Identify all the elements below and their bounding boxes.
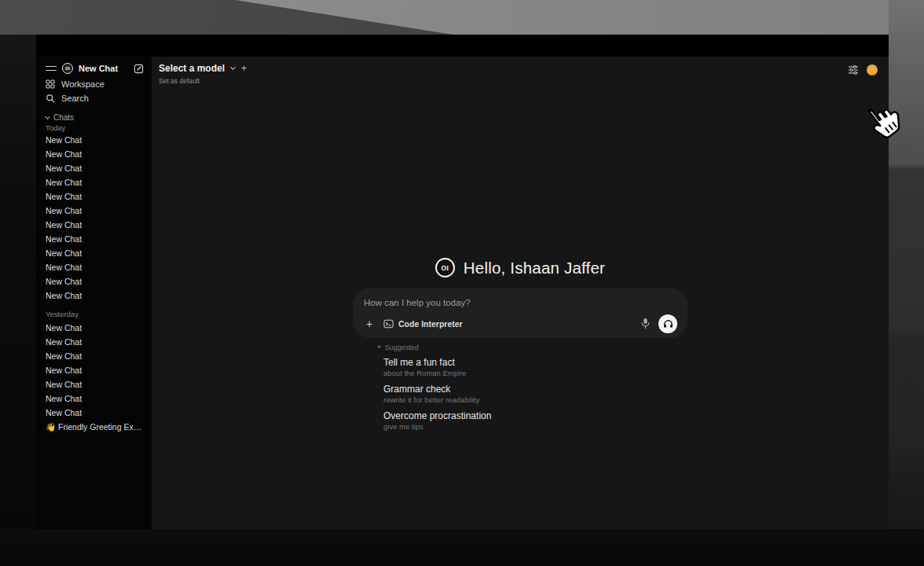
message-input[interactable]	[364, 297, 677, 309]
main-header: Select a model + Set as default	[152, 57, 889, 97]
message-composer[interactable]: + Code Interpreter	[353, 288, 688, 338]
chat-list-item[interactable]: New Chat	[46, 274, 144, 289]
desktop-top-band	[0, 0, 924, 35]
chat-list-item[interactable]: New Chat	[46, 406, 144, 420]
terminal-icon	[383, 319, 394, 329]
chat-list-item[interactable]: New Chat	[46, 391, 144, 406]
suggested-prompt-subtitle: give me tips	[383, 422, 688, 432]
chat-list-item[interactable]: New Chat	[46, 363, 144, 377]
greeting-row: OI Hello, Ishaan Jaffer	[435, 258, 605, 277]
suggested-prompt-subtitle: about the Roman Empire	[383, 369, 688, 378]
workspace-label: Workspace	[61, 79, 104, 89]
chevron-down-icon	[45, 113, 50, 119]
chat-group-label-today: Today	[46, 123, 144, 133]
sidebar-toggle-icon[interactable]	[46, 66, 57, 72]
chat-group-label-yesterday: Yesterday	[46, 309, 144, 319]
attach-plus-button[interactable]: +	[364, 318, 375, 329]
screen: { "colors": { "avatar": "#e9a23a", "app_…	[0, 0, 924, 566]
chat-list-item[interactable]: 👋 Friendly Greeting Exchange	[46, 420, 144, 434]
user-avatar[interactable]	[867, 64, 878, 75]
chats-section-toggle[interactable]: Chats	[46, 112, 144, 123]
model-selector-label: Select a model	[159, 63, 225, 74]
chat-list-item[interactable]: New Chat	[46, 204, 144, 218]
chat-list-item[interactable]: New Chat	[46, 189, 144, 204]
controls-sliders-icon[interactable]	[848, 64, 859, 75]
chat-list-item[interactable]: New Chat	[46, 218, 144, 232]
suggested-section: ✦ Suggested Tell me a fun fact about the…	[353, 343, 688, 432]
chat-list-item[interactable]: New Chat	[46, 335, 144, 349]
set-as-default-button[interactable]: Set as default	[159, 77, 247, 85]
chat-list-today: New ChatNew ChatNew ChatNew ChatNew Chat…	[46, 133, 144, 303]
main-area: Select a model + Set as default	[152, 57, 889, 529]
sidebar-title: New Chat	[79, 64, 118, 73]
chat-list-item[interactable]: New Chat	[46, 147, 144, 161]
chat-list-item[interactable]: New Chat	[46, 232, 144, 246]
suggested-prompt[interactable]: Tell me a fun fact about the Roman Empir…	[376, 357, 688, 378]
chevron-down-icon	[230, 64, 236, 70]
search-icon	[46, 94, 55, 103]
microphone-icon[interactable]	[641, 318, 650, 329]
suggested-prompt-subtitle: rewrite it for better readability	[383, 395, 688, 405]
chat-list-item[interactable]: New Chat	[46, 260, 144, 274]
app-window: OI New Chat Workspace	[36, 35, 889, 529]
new-chat-icon[interactable]	[134, 64, 144, 74]
code-interpreter-toggle[interactable]: Code Interpreter	[383, 319, 463, 329]
suggested-label-row: ✦ Suggested	[376, 343, 688, 351]
search-label: Search	[61, 94, 89, 103]
chat-list-item[interactable]: New Chat	[46, 289, 144, 303]
sidebar-item-search[interactable]: Search	[46, 91, 144, 105]
workspace-grid-icon	[46, 79, 55, 89]
chats-section-label: Chats	[53, 113, 74, 122]
chat-list-item[interactable]: New Chat	[46, 161, 144, 175]
desktop-left-strip	[0, 35, 36, 529]
greeting-text: Hello, Ishaan Jaffer	[464, 259, 605, 277]
hero-section: OI Hello, Ishaan Jaffer + Code Interpret…	[351, 258, 689, 432]
sidebar-nav: Workspace Search	[46, 77, 144, 105]
sidebar-item-workspace[interactable]: Workspace	[46, 77, 144, 91]
openwebui-logo: OI	[62, 63, 73, 74]
suggested-prompts-list: Tell me a fun fact about the Roman Empir…	[376, 357, 688, 432]
suggested-prompt-title: Overcome procrastination	[383, 410, 688, 421]
header-right-controls	[848, 63, 878, 75]
desktop-right-strip	[889, 0, 924, 566]
chat-list-item[interactable]: New Chat	[46, 349, 144, 363]
headphones-icon	[663, 319, 673, 329]
model-selector-block: Select a model + Set as default	[159, 63, 247, 85]
chat-list-item[interactable]: New Chat	[46, 133, 144, 147]
suggested-prompt[interactable]: Grammar check rewrite it for better read…	[376, 384, 688, 405]
sidebar: OI New Chat Workspace	[36, 57, 152, 529]
suggested-prompt-title: Tell me a fun fact	[383, 357, 688, 368]
chat-list-item[interactable]: New Chat	[46, 246, 144, 260]
desktop-dark-wedge	[0, 0, 924, 35]
suggested-prompt[interactable]: Overcome procrastination give me tips	[376, 410, 688, 432]
code-interpreter-label: Code Interpreter	[398, 319, 463, 329]
chat-list-item[interactable]: New Chat	[46, 175, 144, 189]
app-body: OI New Chat Workspace	[36, 57, 889, 529]
composer-controls: + Code Interpreter	[364, 314, 677, 333]
voice-call-button[interactable]	[658, 314, 677, 333]
model-selector[interactable]: Select a model +	[159, 63, 247, 74]
sidebar-header: OI New Chat	[46, 61, 144, 75]
sparkle-icon: ✦	[376, 344, 382, 351]
chat-list-item[interactable]: New Chat	[46, 377, 144, 391]
app-title-bar	[36, 35, 889, 57]
chat-list-item[interactable]: New Chat	[46, 321, 144, 335]
chat-list-yesterday: New ChatNew ChatNew ChatNew ChatNew Chat…	[46, 321, 144, 434]
add-model-button[interactable]: +	[241, 64, 247, 72]
suggested-prompt-title: Grammar check	[383, 384, 688, 395]
suggested-label: Suggested	[385, 344, 419, 351]
desktop-bottom-strip	[0, 529, 924, 566]
openwebui-logo: OI	[435, 258, 455, 277]
